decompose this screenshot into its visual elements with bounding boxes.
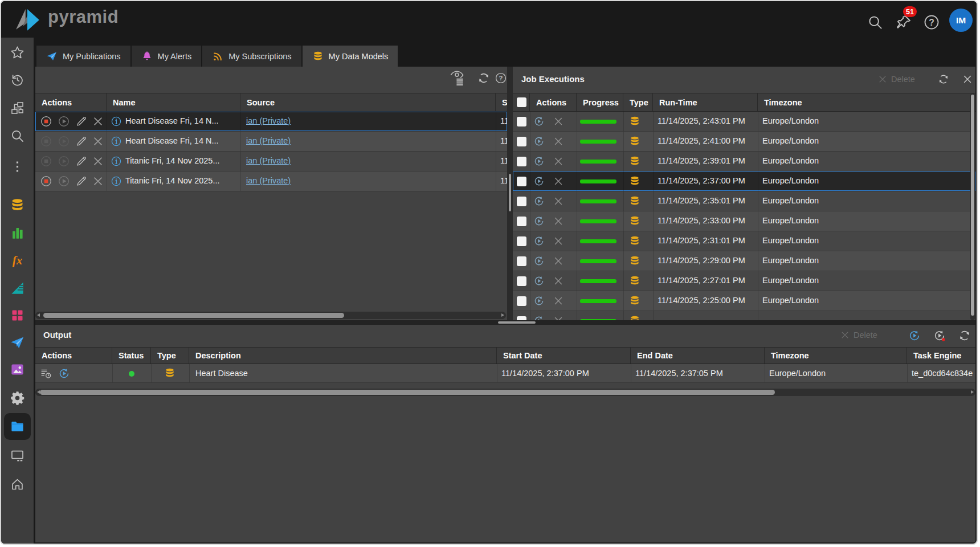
delete-button[interactable]: Delete	[877, 74, 915, 84]
job-row[interactable]: 11/14/2025, 2:41:00 PMEurope/London	[513, 132, 975, 152]
present-icon[interactable]	[7, 277, 28, 299]
cancel-x-icon[interactable]	[553, 156, 564, 167]
log-details-icon[interactable]	[40, 368, 52, 379]
publish-icon[interactable]	[7, 332, 28, 353]
rerun-icon-button[interactable]	[908, 329, 921, 342]
help-icon[interactable]: ?	[923, 14, 940, 31]
row-checkbox[interactable]	[517, 137, 526, 146]
column-header-start[interactable]: St	[496, 93, 507, 111]
cancel-x-icon[interactable]	[553, 255, 564, 267]
source-link[interactable]: ian (Private)	[246, 176, 291, 185]
settings-gear-icon[interactable]	[7, 387, 28, 409]
rerun-alert-icon-button[interactable]	[933, 329, 946, 342]
cancel-x-icon[interactable]	[553, 275, 564, 287]
favorites-star-icon[interactable]	[7, 42, 28, 63]
analytics-icon[interactable]	[7, 222, 28, 243]
rerun-icon[interactable]	[58, 368, 70, 379]
job-row[interactable]	[513, 311, 975, 320]
row-checkbox[interactable]	[517, 217, 526, 226]
more-kebab-icon[interactable]	[7, 156, 28, 177]
cancel-x-icon[interactable]	[553, 116, 564, 127]
edit-pencil-icon[interactable]	[75, 175, 88, 187]
delete-x-icon[interactable]	[92, 155, 104, 168]
scroll-right-arrow[interactable]	[971, 390, 974, 394]
job-row[interactable]: 11/14/2025, 2:43:01 PMEurope/London	[513, 112, 975, 132]
search-icon[interactable]	[7, 125, 28, 146]
model-row[interactable]: Heart Disease Fri, 14 N...ian (Private)1…	[35, 112, 507, 132]
home-icon[interactable]	[7, 473, 28, 495]
rerun-icon[interactable]	[533, 275, 545, 287]
model-row[interactable]: Heart Disease Fri, 14 N...ian (Private)1…	[35, 132, 507, 152]
row-checkbox[interactable]	[517, 276, 526, 286]
content-folder-icon[interactable]	[7, 416, 28, 437]
row-checkbox[interactable]	[517, 236, 526, 246]
delete-x-icon[interactable]	[92, 115, 104, 128]
stop-icon[interactable]	[40, 115, 52, 128]
delete-button[interactable]: Delete	[840, 330, 877, 340]
splitter-grip[interactable]	[498, 321, 536, 324]
tab-my-publications[interactable]: My Publications	[36, 46, 130, 67]
row-checkbox[interactable]	[517, 197, 526, 206]
model-row[interactable]: Titanic Fri, 14 Nov 2025...ian (Private)…	[35, 152, 507, 172]
scrollbar-thumb[interactable]	[971, 95, 974, 316]
play-icon[interactable]	[58, 115, 70, 128]
column-header-source[interactable]: Source	[240, 93, 496, 111]
column-header-task-engine[interactable]: Task Engine	[907, 348, 975, 364]
info-icon[interactable]	[111, 156, 121, 166]
column-header-timezone[interactable]: Timezone	[758, 93, 975, 111]
tab-my-data-models[interactable]: My Data Models	[303, 46, 398, 67]
column-header-actions[interactable]: Actions	[35, 93, 107, 111]
history-icon[interactable]	[7, 70, 28, 91]
rerun-icon[interactable]	[533, 295, 545, 307]
delete-x-icon[interactable]	[92, 175, 104, 187]
source-link[interactable]: ian (Private)	[246, 156, 291, 165]
vertical-splitter[interactable]	[507, 67, 513, 320]
rerun-icon[interactable]	[533, 255, 545, 267]
column-header-runtime[interactable]: Run-Time	[653, 93, 758, 111]
rerun-icon[interactable]	[533, 195, 545, 207]
column-header-name[interactable]: Name	[107, 93, 240, 111]
scroll-right-arrow[interactable]	[501, 313, 504, 317]
tab-my-alerts[interactable]: My Alerts	[132, 46, 202, 67]
edit-pencil-icon[interactable]	[75, 115, 88, 128]
help-icon[interactable]: ?	[495, 72, 507, 84]
info-icon[interactable]	[111, 116, 121, 126]
row-checkbox[interactable]	[517, 157, 526, 166]
column-header-progress[interactable]: Progress	[577, 93, 623, 111]
rerun-icon[interactable]	[533, 215, 545, 227]
play-icon[interactable]	[58, 175, 70, 187]
rerun-icon[interactable]	[533, 136, 545, 147]
job-row[interactable]: 11/14/2025, 2:39:01 PMEurope/London	[513, 152, 975, 172]
row-checkbox[interactable]	[517, 117, 526, 126]
row-checkbox[interactable]	[517, 316, 526, 320]
row-checkbox[interactable]	[517, 296, 526, 306]
column-header-actions[interactable]: Actions	[35, 348, 112, 364]
output-row[interactable]: Heart Disease 11/14/2025, 2:37:00 PM 11/…	[35, 364, 975, 383]
cancel-x-icon[interactable]	[553, 315, 564, 320]
rerun-icon[interactable]	[533, 315, 545, 320]
apps-grid-icon[interactable]	[7, 305, 28, 326]
info-icon[interactable]	[111, 136, 121, 146]
stop-icon[interactable]	[40, 135, 52, 148]
column-header-type[interactable]: Type	[623, 93, 653, 111]
models-horizontal-scrollbar[interactable]	[35, 312, 506, 319]
hierarchy-icon[interactable]	[7, 97, 28, 119]
cancel-x-icon[interactable]	[553, 195, 564, 207]
close-panel-button[interactable]	[962, 74, 973, 85]
refresh-button[interactable]	[938, 74, 949, 85]
column-header-start-date[interactable]: Start Date	[497, 348, 631, 364]
job-row[interactable]: 11/14/2025, 2:31:01 PMEurope/London	[513, 231, 975, 251]
job-row[interactable]: 11/14/2025, 2:37:00 PMEurope/London	[513, 172, 975, 191]
rerun-icon[interactable]	[533, 175, 545, 187]
formulas-icon[interactable]: fx	[7, 250, 28, 271]
source-link[interactable]: ian (Private)	[246, 136, 291, 145]
cancel-x-icon[interactable]	[553, 215, 564, 227]
edit-pencil-icon[interactable]	[75, 155, 88, 168]
horizontal-splitter[interactable]	[35, 320, 975, 325]
splitter-grip[interactable]	[509, 174, 511, 211]
search-icon[interactable]	[867, 14, 884, 31]
output-horizontal-scrollbar[interactable]	[35, 389, 975, 396]
play-icon[interactable]	[58, 135, 70, 148]
info-icon[interactable]	[111, 176, 121, 186]
cancel-x-icon[interactable]	[553, 295, 564, 307]
